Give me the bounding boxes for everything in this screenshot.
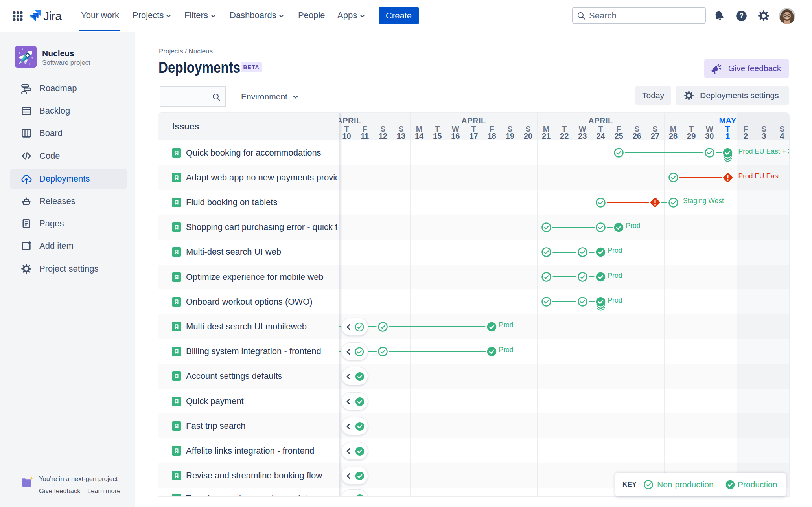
svg-text:?: ? xyxy=(739,12,744,20)
